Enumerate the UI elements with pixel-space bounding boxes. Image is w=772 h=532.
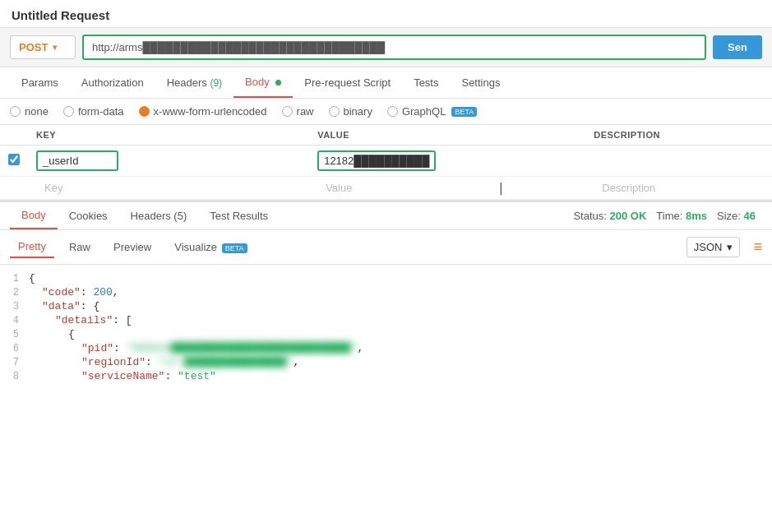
response-tab-headers[interactable]: Headers (5)	[119, 203, 199, 229]
tab-headers[interactable]: Headers (9)	[155, 68, 233, 97]
row-desc-cell	[585, 146, 772, 177]
radio-label-binary: binary	[344, 105, 372, 118]
radio-label-form-data: form-data	[78, 105, 124, 118]
graphql-beta-badge: BETA	[451, 107, 477, 117]
headers-badge: (9)	[210, 77, 222, 89]
json-line-4: 4 "details": [	[0, 313, 772, 327]
value-placeholder: Value	[317, 177, 360, 199]
response-tab-test-results[interactable]: Test Results	[198, 203, 280, 229]
row-checkbox-cell	[0, 146, 28, 177]
radio-label-urlencoded: x-www-form-urlencoded	[154, 105, 267, 118]
row-value-cell: 12182██████████	[309, 146, 585, 177]
time-value: 8ms	[686, 210, 707, 222]
chevron-down-icon: ▾	[53, 43, 57, 52]
response-tab-cookies[interactable]: Cookies	[58, 203, 119, 229]
radio-graphql[interactable]: GraphQL BETA	[387, 105, 477, 118]
col-value-header: VALUE	[309, 125, 585, 146]
radio-urlencoded[interactable]: x-www-form-urlencoded	[139, 105, 267, 118]
radio-label-none: none	[25, 105, 49, 118]
table-placeholder-row: Key Value | Description	[0, 177, 772, 200]
page-title: Untitled Request	[12, 8, 760, 22]
pid-value: "889bb6████████████████████████████"	[127, 342, 358, 354]
cursor-icon: |	[499, 181, 502, 196]
radio-label-raw: raw	[297, 105, 314, 118]
row-key-input[interactable]: _userId	[36, 150, 118, 171]
radio-circle-none	[10, 106, 21, 117]
status-label: Status: 200 OK	[573, 210, 646, 222]
format-select[interactable]: JSON ▾	[686, 237, 741, 257]
json-viewer: 1 { 2 "code": 200, 3 "data": { 4	[0, 265, 772, 532]
response-toolbar: Pretty Raw Preview Visualize BETA JSON ▾…	[0, 230, 772, 265]
table-row: _userId 12182██████████	[0, 146, 772, 177]
json-line-5: 5 {	[0, 327, 772, 341]
radio-circle-urlencoded	[139, 106, 150, 117]
json-line-3: 3 "data": {	[0, 299, 772, 313]
format-chevron-icon: ▾	[727, 241, 733, 253]
response-tabs-bar: Body Cookies Headers (5) Test Results St…	[0, 202, 772, 230]
radio-binary[interactable]: binary	[329, 105, 372, 118]
size-value: 46	[744, 210, 756, 222]
params-table-container: KEY VALUE DESCRIPTION _userId 12182█████…	[0, 125, 772, 201]
json-line-6: 6 "pid": "889bb6████████████████████████…	[0, 341, 772, 355]
radio-circle-graphql	[387, 106, 398, 117]
json-line-1: 1 {	[0, 271, 772, 285]
response-section: Body Cookies Headers (5) Test Results St…	[0, 201, 772, 532]
radio-form-data[interactable]: form-data	[63, 105, 124, 118]
desc-placeholder: Description	[594, 177, 663, 199]
tab-authorization[interactable]: Authorization	[70, 68, 155, 97]
body-type-bar: none form-data x-www-form-urlencoded raw…	[0, 99, 772, 125]
row-key-cell: _userId	[28, 146, 309, 177]
view-tab-visualize[interactable]: Visualize BETA	[166, 237, 255, 257]
radio-circle-raw	[282, 106, 293, 117]
col-desc-header: DESCRIPTION	[585, 125, 772, 146]
method-label: POST	[19, 41, 48, 53]
view-tab-pretty[interactable]: Pretty	[10, 236, 54, 258]
radio-circle-form-data	[63, 106, 74, 117]
radio-circle-binary	[329, 106, 340, 117]
col-checkbox	[0, 125, 28, 146]
visualize-beta-badge: BETA	[222, 243, 247, 253]
row-value-input[interactable]: 12182██████████	[317, 150, 436, 171]
response-status-bar: Status: 200 OK Time: 8ms Size: 46	[573, 210, 762, 222]
key-placeholder: Key	[36, 177, 71, 199]
col-key-header: KEY	[28, 125, 309, 146]
tab-body[interactable]: Body	[233, 67, 293, 98]
response-tab-body[interactable]: Body	[10, 202, 58, 229]
tab-pre-request[interactable]: Pre-request Script	[293, 68, 402, 97]
time-label: Time: 8ms	[656, 210, 707, 222]
view-tab-preview[interactable]: Preview	[105, 237, 159, 257]
tab-params[interactable]: Params	[10, 68, 70, 97]
request-tabs: Params Authorization Headers (9) Body Pr…	[0, 67, 772, 99]
status-value: 200 OK	[610, 210, 647, 222]
url-input[interactable]: http://arms█████████████████████████████…	[82, 35, 706, 60]
region-id-value: "cn-████████████████"	[159, 356, 294, 368]
service-name-value: "test"	[178, 370, 216, 382]
radio-label-graphql: GraphQL	[402, 105, 446, 118]
url-bar: POST ▾ http://arms██████████████████████…	[0, 28, 772, 67]
json-line-2: 2 "code": 200,	[0, 285, 772, 299]
json-line-8: 8 "serviceName": "test"	[0, 369, 772, 383]
view-tab-raw[interactable]: Raw	[61, 237, 99, 257]
send-button[interactable]: Sen	[713, 35, 762, 59]
tab-tests[interactable]: Tests	[402, 68, 450, 97]
row-checkbox[interactable]	[8, 154, 20, 165]
filter-icon[interactable]: ≡	[753, 238, 762, 256]
visualize-label: Visualize	[174, 241, 217, 253]
radio-none[interactable]: none	[10, 105, 49, 118]
radio-raw[interactable]: raw	[282, 105, 314, 118]
size-label: Size: 46	[717, 210, 756, 222]
body-dot	[275, 80, 281, 86]
tab-settings[interactable]: Settings	[450, 68, 511, 97]
method-select[interactable]: POST ▾	[10, 35, 76, 59]
json-line-7: 7 "regionId": "cn-████████████████",	[0, 355, 772, 369]
format-label: JSON	[694, 241, 723, 253]
